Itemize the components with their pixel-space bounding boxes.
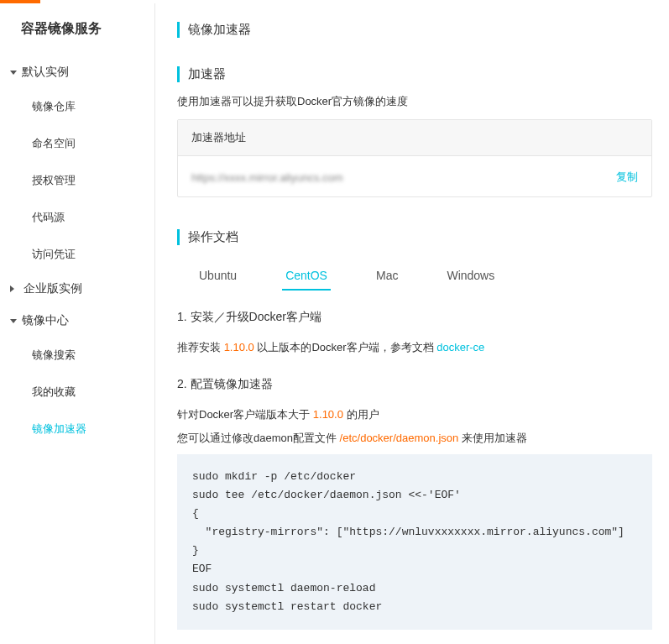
sidebar-group-header-enterprise[interactable]: 企业版实例 xyxy=(0,273,154,305)
accel-section-title: 加速器 xyxy=(177,66,652,82)
doc-step1-title: 1. 安装／升级Docker客户端 xyxy=(177,310,652,325)
doc-step2-title: 2. 配置镜像加速器 xyxy=(177,377,652,392)
page-title-wrap: 镜像加速器 xyxy=(177,3,652,58)
version-text: 1.10.0 xyxy=(224,341,254,353)
docs-section-title: 操作文档 xyxy=(177,229,652,245)
sidebar-title: 容器镜像服务 xyxy=(0,20,154,56)
main-content: 镜像加速器 加速器 使用加速器可以提升获取Docker官方镜像的速度 加速器地址… xyxy=(155,3,669,644)
text: 的用户 xyxy=(343,408,379,421)
accel-address-box: 加速器地址 https://xxxx.mirror.aliyuncs.com 复… xyxy=(177,119,652,197)
code-block[interactable]: sudo mkdir -p /etc/docker sudo tee /etc/… xyxy=(177,454,652,630)
text: 针对Docker客户端版本大于 xyxy=(177,408,313,421)
text: 您可以通过修改daemon配置文件 xyxy=(177,432,340,444)
accel-section-title-wrap: 加速器 xyxy=(177,58,652,94)
doc-step1-text: 推荐安装 1.10.0 以上版本的Docker客户端，参考文档 docker-c… xyxy=(177,340,652,355)
accel-desc: 使用加速器可以提升获取Docker官方镜像的速度 xyxy=(177,94,652,109)
version-text: 1.10.0 xyxy=(313,408,343,421)
accel-url: https://xxxx.mirror.aliyuncs.com xyxy=(191,171,343,184)
caret-down-icon xyxy=(10,319,17,323)
sidebar-group-default-instance: 默认实例 镜像仓库 命名空间 授权管理 代码源 访问凭证 xyxy=(0,56,154,273)
text: 来使用加速器 xyxy=(458,432,527,444)
sidebar: 容器镜像服务 默认实例 镜像仓库 命名空间 授权管理 代码源 访问凭证 企业版实… xyxy=(0,3,155,644)
page-container: 容器镜像服务 默认实例 镜像仓库 命名空间 授权管理 代码源 访问凭证 企业版实… xyxy=(0,3,669,644)
caret-down-icon xyxy=(10,71,17,75)
sidebar-item-access-credential[interactable]: 访问凭证 xyxy=(0,236,154,273)
page-title: 镜像加速器 xyxy=(177,22,652,38)
sidebar-group-label: 镜像中心 xyxy=(22,313,69,328)
doc-step2-line1: 针对Docker客户端版本大于 1.10.0 的用户 xyxy=(177,407,652,422)
sidebar-item-my-favorites[interactable]: 我的收藏 xyxy=(0,374,154,411)
docs-tabs: Ubuntu CentOS Mac Windows xyxy=(177,257,652,291)
docs-section-title-wrap: 操作文档 xyxy=(177,221,652,257)
sidebar-group-header-image-center[interactable]: 镜像中心 xyxy=(0,305,154,337)
caret-right-icon xyxy=(10,285,18,292)
accel-box-body: https://xxxx.mirror.aliyuncs.com 复制 xyxy=(178,156,651,196)
sidebar-item-image-search[interactable]: 镜像搜索 xyxy=(0,337,154,374)
sidebar-group-enterprise: 企业版实例 xyxy=(0,273,154,305)
sidebar-item-namespace[interactable]: 命名空间 xyxy=(0,125,154,162)
doc-step2-line2: 您可以通过修改daemon配置文件 /etc/docker/daemon.jso… xyxy=(177,431,652,446)
sidebar-item-mirror-accelerator[interactable]: 镜像加速器 xyxy=(0,411,154,448)
sidebar-group-label: 默认实例 xyxy=(22,65,69,80)
sidebar-item-code-source[interactable]: 代码源 xyxy=(0,199,154,236)
docker-ce-link[interactable]: docker-ce xyxy=(436,341,484,353)
sidebar-item-auth-manage[interactable]: 授权管理 xyxy=(0,162,154,199)
sidebar-group-header-default[interactable]: 默认实例 xyxy=(0,56,154,88)
text: 推荐安装 xyxy=(177,341,224,353)
sidebar-group-label: 企业版实例 xyxy=(24,281,82,296)
tab-mac[interactable]: Mac xyxy=(373,262,401,291)
tab-ubuntu[interactable]: Ubuntu xyxy=(196,262,240,291)
copy-button[interactable]: 复制 xyxy=(616,170,638,185)
tab-windows[interactable]: Windows xyxy=(443,262,498,291)
sidebar-group-image-center: 镜像中心 镜像搜索 我的收藏 镜像加速器 xyxy=(0,305,154,448)
text: 以上版本的Docker客户端，参考文档 xyxy=(254,341,436,353)
accel-box-header: 加速器地址 xyxy=(178,120,651,156)
daemon-json-path: /etc/docker/daemon.json xyxy=(340,432,459,444)
tab-centos[interactable]: CentOS xyxy=(282,262,331,291)
sidebar-item-image-repo[interactable]: 镜像仓库 xyxy=(0,88,154,125)
